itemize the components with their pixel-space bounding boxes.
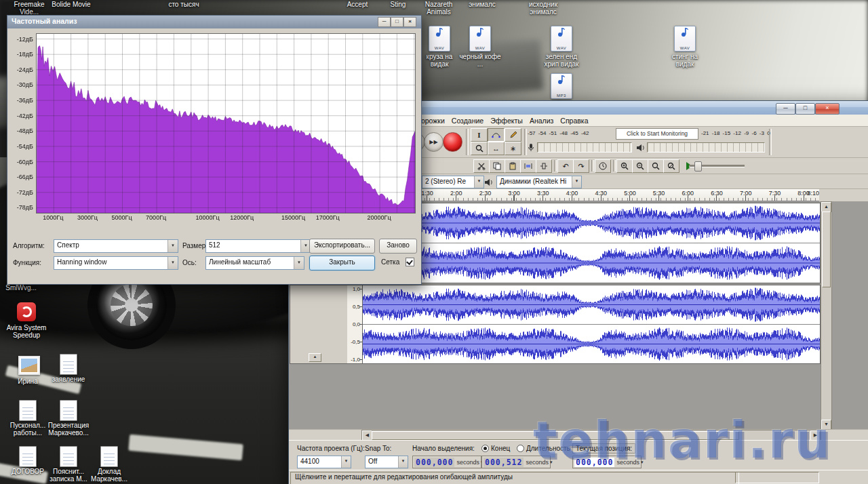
draw-tool-button[interactable] (505, 128, 521, 142)
close-button[interactable]: Закрыть (309, 256, 375, 270)
envelope-tool-button[interactable] (488, 128, 505, 142)
timeline-ruler[interactable]: 1:302:002:303:003:304:004:305:005:306:00… (361, 189, 819, 201)
desktop-icon-left-4[interactable]: Пусконал... работы... (7, 400, 49, 437)
menu-item-6[interactable]: Эффекты (487, 116, 526, 125)
track-collapse-button[interactable]: ▲ (309, 353, 321, 362)
audio-file-icon: WAV (469, 26, 491, 52)
desktop-icon-left-2[interactable]: Ирина (7, 354, 49, 385)
axis-label: Ось: (182, 259, 197, 266)
vertical-scroll-thumb[interactable] (822, 211, 831, 287)
desktop-file-icon-1[interactable]: WAVчерный кофе ... (458, 26, 502, 68)
avira-icon (17, 302, 36, 321)
dialog-titlebar[interactable]: Частотный анализ ─ □ × (7, 16, 421, 28)
menu-item-5[interactable]: Создание (448, 116, 487, 125)
snap-to-select[interactable]: Off▼ (365, 456, 408, 468)
desktop-icon-left-7[interactable]: Пояснит... записка М... (47, 446, 90, 483)
track-2-control-panel[interactable]: ▲ (290, 285, 348, 363)
menu-item-8[interactable]: Справка (557, 116, 591, 125)
desktop-icon-0[interactable]: Freemake Vide... (5, 1, 53, 16)
close-icon[interactable]: × (403, 17, 416, 27)
record-button[interactable] (443, 132, 462, 152)
desktop-icon-6[interactable]: энималс (458, 1, 506, 8)
radio-dot-icon[interactable] (517, 445, 524, 452)
y-axis-label: -72дБ (9, 189, 33, 196)
replot-button[interactable]: Заново (379, 239, 417, 254)
desktop-file-icon-0[interactable]: WAVкруза на видак (418, 26, 461, 68)
maximize-button[interactable]: □ (795, 103, 815, 115)
undo-button[interactable]: ↶ (557, 159, 574, 173)
x-axis-label: 15000Гц (277, 214, 310, 221)
track-format-select[interactable]: 2 (Stereo) Re▼ (422, 176, 484, 188)
timeline-label: 7:00 (740, 190, 752, 197)
selection-tool-button[interactable]: I (471, 128, 488, 142)
export-button[interactable]: Экспортировать... (309, 239, 375, 254)
zoom-fit-icon (667, 162, 675, 170)
playback-meter-bar[interactable] (647, 142, 765, 153)
trim-button[interactable] (520, 159, 536, 173)
size-select[interactable]: 512▼ (205, 239, 311, 253)
monitor-box[interactable]: Click to Start Monitoring (616, 128, 698, 140)
cut-button[interactable] (473, 159, 490, 173)
waveform-channel-right[interactable] (363, 325, 820, 363)
desktop-icon-left-3[interactable]: заявление (47, 354, 90, 383)
playback-speed-slider[interactable] (689, 165, 745, 167)
fit-project-button[interactable] (663, 159, 679, 173)
copy-button[interactable] (489, 159, 505, 173)
document-icon (60, 446, 77, 467)
close-button[interactable]: × (815, 103, 840, 115)
desktop-icon-7[interactable]: исходник энималс (519, 1, 567, 16)
zoom-out-button[interactable] (632, 159, 648, 173)
fit-selection-button[interactable] (648, 159, 664, 173)
desktop-icon-left-8[interactable]: Доклад Маркачев... (88, 446, 130, 483)
grid-checkbox[interactable] (406, 258, 414, 266)
spectrum-plot[interactable] (36, 33, 416, 214)
minimize-button[interactable]: ─ (776, 103, 795, 115)
algorithm-select[interactable]: Спектр▼ (54, 239, 178, 253)
minimize-button[interactable]: ─ (378, 17, 391, 27)
output-device-select[interactable]: Динамики (Realtek Hi▼ (496, 176, 582, 188)
timeshift-tool-button[interactable]: ↔ (488, 142, 505, 155)
toolbar-separator (554, 160, 557, 172)
redo-button[interactable]: ↷ (573, 159, 589, 173)
maximize-button[interactable]: □ (391, 17, 403, 27)
music-note-icon (435, 26, 444, 37)
waveform-channel-right[interactable] (363, 243, 820, 283)
scroll-up-arrow[interactable]: ▲ (821, 202, 831, 212)
desktop-icon-left-5[interactable]: Презентация Маркачево... (47, 400, 90, 437)
selection-start-display[interactable]: 000,000 seconds ▾ (412, 456, 481, 468)
multi-tool-button[interactable]: ∗ (505, 142, 521, 155)
desktop-file-icon-3[interactable]: WAVстинг на видак (663, 26, 707, 68)
zoom-in-button[interactable] (616, 159, 633, 173)
desktop-icon-1[interactable]: Bolide Movie (47, 1, 95, 8)
timeline-label: 6:00 (682, 190, 694, 197)
silence-button[interactable] (536, 159, 552, 173)
slider-thumb[interactable] (694, 161, 702, 172)
icon-label: Пусконал... работы... (7, 422, 49, 437)
project-rate-select[interactable]: 44100▼ (297, 456, 351, 468)
doc-icon (59, 354, 78, 374)
waveform-channel-left[interactable] (363, 203, 820, 243)
desktop-icon-left-1[interactable]: Avira System Speedup (5, 302, 47, 339)
audio-track-2: ▲ 1,00,50,0-0,5-1,0 (290, 285, 821, 364)
record-meter-bar[interactable] (537, 142, 632, 153)
desktop-icon-left-6[interactable]: ДОГОВОР (7, 446, 49, 475)
paste-button[interactable] (505, 159, 521, 173)
file-icon-label: зелен енд хрип видак (540, 53, 583, 68)
sync-lock-button[interactable] (595, 159, 611, 173)
vertical-scrollbar[interactable]: ▲ ▼ (821, 201, 832, 430)
desktop-icon-5[interactable]: Nazareth Animals (415, 1, 462, 16)
scroll-left-arrow[interactable]: ◀ (362, 430, 372, 441)
track-2-vertical-ruler[interactable]: 1,00,50,0-0,5-1,0 (347, 285, 363, 363)
radio-end[interactable]: Конец (481, 445, 510, 452)
menu-item-7[interactable]: Анализ (526, 116, 557, 125)
fast-forward-button[interactable]: ▶▶ (424, 132, 443, 152)
desktop-icon-2[interactable]: сто тысяч (160, 1, 208, 8)
axis-select[interactable]: Линейный масштаб▼ (205, 256, 304, 270)
radio-dot-icon[interactable] (481, 445, 489, 452)
desktop: Freemake Vide...Bolide Movieсто тысячAcc… (0, 0, 868, 484)
waveform-channel-left[interactable] (363, 285, 820, 324)
zoom-tool-button[interactable] (471, 142, 488, 155)
doc-icon (59, 400, 78, 420)
function-select[interactable]: Hanning window▼ (54, 256, 178, 270)
desktop-file-icon-2[interactable]: WAVзелен енд хрип видак (540, 26, 583, 68)
